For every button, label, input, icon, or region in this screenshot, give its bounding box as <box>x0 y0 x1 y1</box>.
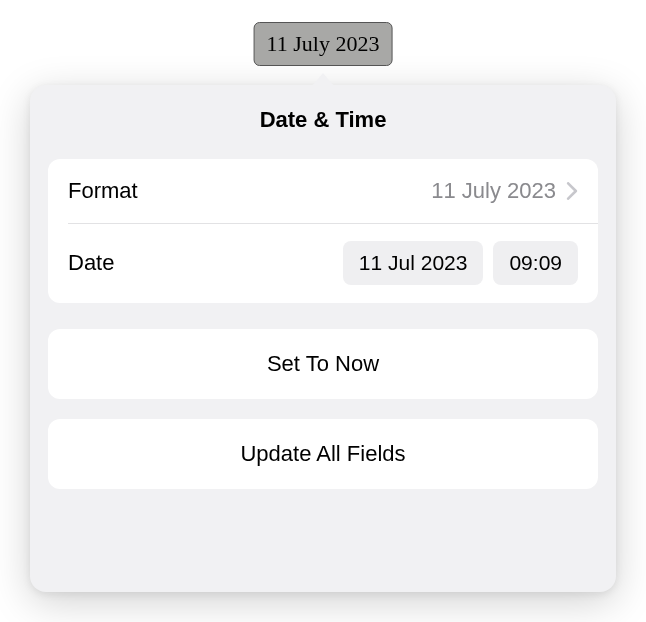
update-all-card: Update All Fields <box>48 419 598 489</box>
format-label: Format <box>68 178 431 204</box>
set-to-now-card: Set To Now <box>48 329 598 399</box>
popover-arrow <box>311 73 335 87</box>
row-divider <box>68 223 598 224</box>
popover-title: Date & Time <box>48 107 598 133</box>
date-time-popover: Date & Time Format 11 July 2023 Date 11 … <box>30 85 616 592</box>
date-row: Date 11 Jul 2023 09:09 <box>48 223 598 303</box>
set-to-now-button[interactable]: Set To Now <box>48 329 598 399</box>
format-row[interactable]: Format 11 July 2023 <box>48 159 598 223</box>
chevron-right-icon <box>566 182 578 200</box>
date-label: Date <box>68 250 333 276</box>
selected-date-badge[interactable]: 11 July 2023 <box>254 22 393 66</box>
format-value: 11 July 2023 <box>431 178 556 204</box>
update-all-fields-button[interactable]: Update All Fields <box>48 419 598 489</box>
settings-card: Format 11 July 2023 Date 11 Jul 2023 09:… <box>48 159 598 303</box>
time-picker-button[interactable]: 09:09 <box>493 241 578 285</box>
date-picker-button[interactable]: 11 Jul 2023 <box>343 241 484 285</box>
